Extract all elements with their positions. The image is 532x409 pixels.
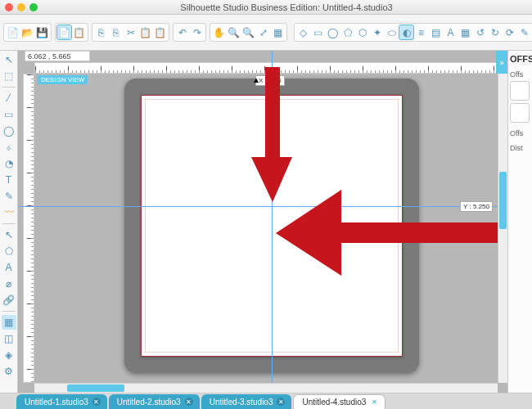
pan-button[interactable]: ✋: [212, 25, 226, 39]
coordinates-readout: 6.062 , 5.665: [25, 51, 90, 61]
window-controls: [5, 3, 38, 11]
type-tool[interactable]: A: [2, 260, 16, 275]
distance-label: Dist: [510, 144, 530, 152]
guide-vertical[interactable]: [272, 51, 273, 393]
line-tool[interactable]: ∕: [2, 91, 16, 106]
close-window[interactable]: [5, 3, 13, 11]
arc-tool[interactable]: ◔: [2, 156, 16, 171]
polygon-tool[interactable]: ⬨: [2, 140, 16, 155]
freehand-tool[interactable]: 〰: [2, 205, 16, 220]
page-button[interactable]: 📄: [57, 25, 71, 39]
tab-label: Untitled-4.studio3: [302, 398, 366, 407]
move-tool[interactable]: ↖: [2, 227, 16, 242]
ruler-marker-icon: ▲: [252, 75, 260, 84]
shape-rect-button[interactable]: ▭: [311, 25, 325, 39]
panel-title: OFFS: [510, 54, 530, 64]
canvas[interactable]: 6.062 , 5.665 DESIGN VIEW » X : 6.06 ▲ Y…: [18, 51, 507, 393]
edit-points-button[interactable]: ✎: [517, 25, 531, 39]
scrollbar-horizontal[interactable]: [34, 383, 498, 393]
pointer-tool[interactable]: ↖: [2, 52, 16, 67]
panel-section-2: Offs: [510, 129, 530, 137]
shape-pentagon-button[interactable]: ⬠: [340, 25, 354, 39]
distribute-button[interactable]: ▤: [429, 25, 443, 39]
circle-tool[interactable]: ◯: [2, 124, 16, 138]
toolbar-main: 📄 📂 💾 📄 📋 ⎘ ⎘ ✂ 📋 📋 ↶ ↷ ✋ 🔍 🔍 ⤢ ▦ ◇ ▭ ◯ …: [0, 15, 532, 51]
shape-arc-button[interactable]: ◐: [399, 25, 413, 39]
y-coordinate-tag: Y : 5.250: [460, 201, 493, 212]
tab-doc-1[interactable]: Untitled-1.studio3✕: [16, 394, 107, 409]
ruler-horizontal[interactable]: [34, 62, 498, 74]
design-view-badge: DESIGN VIEW: [38, 75, 88, 84]
rectangle-tool[interactable]: ▭: [2, 107, 16, 122]
shape-ellipse-button[interactable]: ⬭: [385, 25, 399, 39]
shape-tool[interactable]: ⬠: [2, 244, 16, 258]
fit-button[interactable]: ⤢: [256, 25, 270, 39]
scrollbar-vertical[interactable]: [498, 74, 507, 383]
mirror-button[interactable]: ⟳: [503, 25, 516, 39]
print-button[interactable]: 📋: [72, 25, 86, 39]
panel-collapse-chevron[interactable]: »: [496, 51, 507, 74]
panel-section-1: Offs: [510, 70, 530, 79]
text-button[interactable]: A: [444, 25, 458, 39]
rotate-cw-button[interactable]: ↻: [488, 25, 502, 39]
tab-label: Untitled-2.studio3: [117, 398, 181, 407]
tab-doc-4[interactable]: Untitled-4.studio3✕: [293, 394, 385, 409]
ruler-vertical[interactable]: [23, 74, 34, 383]
align-button[interactable]: ≡: [414, 25, 428, 39]
guide-horizontal[interactable]: [18, 206, 507, 207]
open-file-button[interactable]: 📂: [20, 25, 34, 39]
duplicate-button[interactable]: 📋: [153, 25, 167, 39]
grid-toggle-button[interactable]: ▦: [271, 25, 285, 39]
scrollbar-thumb-v[interactable]: [499, 172, 507, 229]
marquee-tool[interactable]: ⬚: [2, 69, 16, 83]
zoom-window[interactable]: [29, 3, 38, 11]
redo-button[interactable]: ↷: [190, 25, 204, 39]
text-tool[interactable]: T: [2, 173, 16, 187]
rotate-ccw-button[interactable]: ↺: [473, 25, 487, 39]
link-tool[interactable]: 🔗: [2, 293, 16, 308]
scrollbar-thumb-h[interactable]: [67, 384, 124, 392]
offset-option-1[interactable]: [510, 81, 530, 101]
close-tab-icon[interactable]: ✕: [370, 398, 378, 407]
eraser-tool[interactable]: ⌀: [2, 276, 16, 291]
titlebar: Silhouette Studio Business Edition: Unti…: [0, 0, 532, 15]
close-tab-icon[interactable]: ✕: [185, 398, 193, 406]
cut-button[interactable]: ✂: [124, 25, 138, 39]
offset-option-2[interactable]: [510, 103, 530, 123]
left-toolbar: ↖ ⬚ ∕ ▭ ◯ ⬨ ◔ T ✎ 〰 ↖ ⬠ A ⌀ 🔗 ▦ ◫ ◈ ⚙: [0, 51, 18, 393]
zoom-out-button[interactable]: 🔍: [241, 25, 255, 39]
settings-button[interactable]: ⚙: [2, 364, 16, 379]
layers-panel-button[interactable]: ◫: [2, 331, 16, 346]
grid-panel-button[interactable]: ▦: [2, 315, 16, 330]
main-area: ↖ ⬚ ∕ ▭ ◯ ⬨ ◔ T ✎ 〰 ↖ ⬠ A ⌀ 🔗 ▦ ◫ ◈ ⚙ 6.…: [0, 51, 532, 393]
minimize-window[interactable]: [17, 3, 25, 11]
library-panel-button[interactable]: ◈: [2, 348, 16, 362]
shape-circle-button[interactable]: ◯: [326, 25, 340, 39]
new-file-button[interactable]: 📄: [6, 25, 20, 39]
paste-button[interactable]: ⎘: [109, 25, 123, 39]
close-tab-icon[interactable]: ✕: [92, 398, 101, 406]
undo-button[interactable]: ↶: [175, 25, 189, 39]
shape-star-button[interactable]: ✦: [370, 25, 384, 39]
right-panel: OFFS Offs Offs Dist: [507, 51, 532, 393]
clipboard-button[interactable]: 📋: [138, 25, 152, 39]
window-title: Silhouette Studio Business Edition: Unti…: [46, 2, 527, 12]
document-tabs: Untitled-1.studio3✕ Untitled-2.studio3✕ …: [0, 393, 532, 409]
tab-label: Untitled-3.studio3: [210, 398, 273, 407]
save-button[interactable]: 💾: [35, 25, 49, 39]
tab-label: Untitled-1.studio3: [25, 398, 88, 407]
pattern-button[interactable]: ▦: [458, 25, 472, 39]
tab-doc-3[interactable]: Untitled-3.studio3✕: [201, 394, 292, 409]
shape-hexagon-button[interactable]: ⬡: [355, 25, 369, 39]
shape-diamond-button[interactable]: ◇: [296, 25, 310, 39]
zoom-in-button[interactable]: 🔍: [227, 25, 241, 39]
copy-button[interactable]: ⎘: [94, 25, 108, 39]
close-tab-icon[interactable]: ✕: [277, 398, 285, 406]
tab-doc-2[interactable]: Untitled-2.studio3✕: [109, 394, 200, 409]
pencil-tool[interactable]: ✎: [2, 189, 16, 204]
